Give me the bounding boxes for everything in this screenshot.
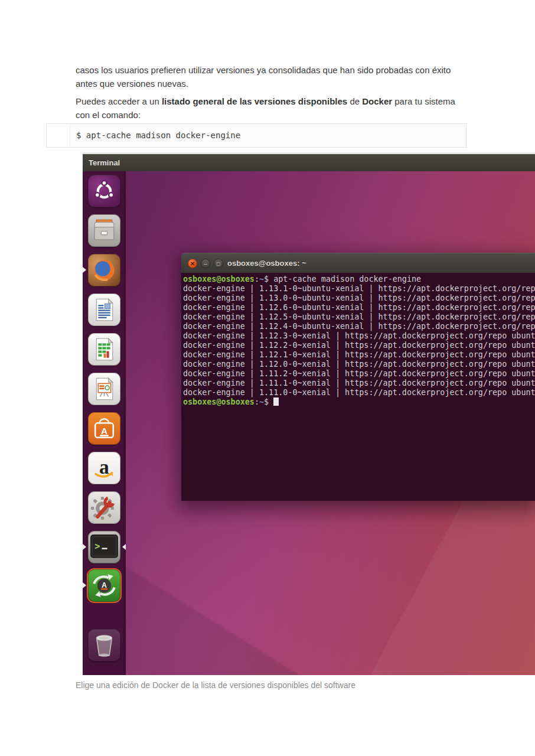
svg-text:>: >: [94, 541, 100, 552]
unity-launcher: A a: [83, 171, 126, 675]
terminal-titlebar[interactable]: ✕ – ▢ osboxes@osboxes: ~: [181, 253, 535, 273]
terminal-output-line: docker-engine | 1.11.0-0~xenial | https:…: [183, 388, 535, 397]
terminal-output-line: docker-engine | 1.12.4-0~ubuntu-xenial |…: [183, 322, 535, 331]
software-updater-icon[interactable]: A: [88, 569, 120, 602]
firefox-running-pip: [83, 267, 86, 273]
intro-paragraph: casos los usuarios prefieren utilizar ve…: [76, 63, 458, 90]
files-icon[interactable]: [88, 214, 120, 247]
svg-text:A: A: [102, 581, 107, 589]
terminal-output-line: docker-engine | 1.12.0-0~xenial | https:…: [183, 360, 535, 369]
ubuntu-desktop-screenshot: Terminal: [83, 152, 535, 675]
terminal-output-line: docker-engine | 1.11.2-0~xenial | https:…: [183, 369, 535, 379]
svg-text:a: a: [99, 456, 109, 478]
ubuntu-software-center-icon[interactable]: A: [88, 412, 120, 445]
code-gutter: [47, 124, 70, 147]
terminal-output-line: docker-engine | 1.12.6-0~ubuntu-xenial |…: [183, 303, 535, 312]
terminal-prompt-line: osboxes@osboxes:~$: [183, 397, 535, 407]
terminal-window: ✕ – ▢ osboxes@osboxes: ~ osboxes@osboxes…: [181, 253, 535, 501]
libreoffice-impress-icon[interactable]: [88, 373, 120, 405]
trash-icon[interactable]: [88, 629, 120, 662]
code-command-text: $ apt-cache madison docker-engine: [76, 124, 240, 147]
terminal-output-line: docker-engine | 1.12.1-0~xenial | https:…: [183, 350, 535, 360]
desktop-wallpaper: A a: [83, 171, 535, 675]
system-settings-icon[interactable]: [88, 491, 120, 524]
libreoffice-calc-icon[interactable]: [88, 333, 120, 366]
terminal-output-line: docker-engine | 1.12.3-0~xenial | https:…: [183, 331, 535, 341]
terminal-command-line: osboxes@osboxes:~$ apt-cache madison doc…: [183, 275, 535, 284]
terminal-cursor: [273, 397, 279, 406]
terminal-output-line: docker-engine | 1.13.0-0~ubuntu-xenial |…: [183, 294, 535, 303]
terminal-icon[interactable]: >: [88, 531, 120, 563]
svg-text:A: A: [101, 426, 107, 436]
command-paragraph: Puedes acceder a un listado general de l…: [76, 94, 458, 122]
terminal-output-line: docker-engine | 1.13.1-0~ubuntu-xenial |…: [183, 284, 535, 294]
terminal-output-line: docker-engine | 1.12.2-0~xenial | https:…: [183, 341, 535, 350]
maximize-button[interactable]: ▢: [214, 259, 223, 268]
close-button[interactable]: ✕: [188, 259, 197, 268]
terminal-body[interactable]: osboxes@osboxes:~$ apt-cache madison doc…: [181, 273, 535, 501]
menubar-app-title: Terminal: [89, 154, 120, 171]
terminal-window-title: osboxes@osboxes: ~: [227, 253, 306, 273]
terminal-running-pip: [83, 544, 86, 550]
updater-running-pip: [83, 582, 86, 588]
libreoffice-writer-icon[interactable]: [88, 294, 120, 326]
code-block: $ apt-cache madison docker-engine: [46, 123, 467, 148]
firefox-icon[interactable]: [88, 254, 120, 286]
terminal-focused-pip: [122, 544, 126, 550]
image-caption: Elige una edición de Docker de la lista …: [76, 680, 355, 690]
ubuntu-dash-icon[interactable]: [88, 175, 120, 207]
unity-menubar: Terminal: [83, 154, 535, 171]
amazon-icon[interactable]: a: [88, 452, 120, 484]
terminal-output-line: docker-engine | 1.12.5-0~ubuntu-xenial |…: [183, 312, 535, 322]
minimize-button[interactable]: –: [201, 259, 210, 268]
terminal-output-line: docker-engine | 1.11.1-0~xenial | https:…: [183, 379, 535, 388]
